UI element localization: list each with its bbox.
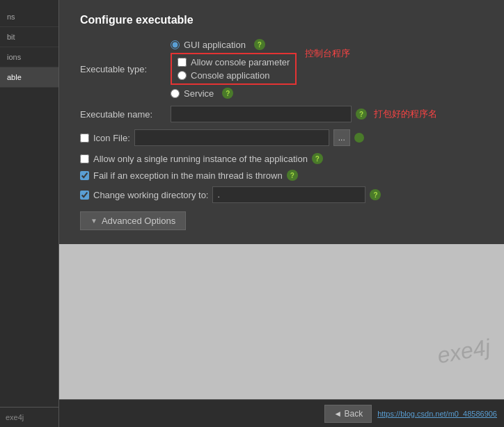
fail-exception-label[interactable]: Fail if an exception in the main thread …	[80, 170, 283, 181]
service-option-row: Service ?	[171, 88, 297, 99]
sidebar-item-ions[interactable]: ions	[0, 47, 58, 67]
gui-radio[interactable]	[171, 40, 180, 49]
annotation-console: 控制台程序	[299, 47, 350, 60]
gui-radio-label[interactable]: GUI application	[171, 40, 246, 50]
icon-file-checkbox-label[interactable]: Icon File:	[80, 133, 130, 143]
sidebar: ns bit ions able exe4j	[0, 0, 59, 427]
advanced-options-button[interactable]: ▼ Advanced Options	[80, 211, 186, 230]
exe-name-help-icon[interactable]: ?	[356, 108, 367, 120]
config-panel: Configure executable Executable type: GU…	[59, 0, 504, 244]
bottom-bar: ◄ Back https://blog.csdn.net/m0_48586906	[59, 399, 504, 427]
service-radio-label[interactable]: Service	[171, 88, 214, 99]
sidebar-item-ns[interactable]: ns	[0, 7, 58, 27]
arrow-down-icon: ▼	[90, 217, 97, 225]
main-content: Configure executable Executable type: GU…	[59, 0, 504, 427]
executable-name-input[interactable]	[171, 106, 352, 122]
advanced-options-label: Advanced Options	[102, 216, 175, 226]
sidebar-item-bit[interactable]: bit	[0, 27, 58, 47]
executable-type-label: Executable type:	[80, 64, 171, 74]
app-container: ns bit ions able exe4j Configure executa…	[0, 0, 504, 427]
fail-exception-row: Fail if an exception in the main thread …	[80, 170, 490, 181]
icon-file-input[interactable]	[134, 129, 329, 146]
single-instance-help-icon[interactable]: ?	[312, 153, 323, 164]
executable-name-label: Executable name:	[80, 109, 171, 120]
radio-group: GUI application ? Allow console paramete…	[171, 39, 297, 99]
console-radio[interactable]	[178, 71, 187, 80]
annotation-box: Allow console parameter Console applicat…	[171, 53, 297, 85]
fail-exception-help-icon[interactable]: ?	[287, 170, 298, 181]
icon-file-checkbox[interactable]	[80, 134, 89, 143]
annotation-name: 打包好的程序名	[374, 108, 437, 120]
panel-title: Configure executable	[80, 14, 490, 26]
allow-console-checkbox[interactable]	[178, 58, 187, 67]
service-help-icon[interactable]: ?	[222, 88, 233, 99]
gui-help-icon[interactable]: ?	[254, 39, 265, 50]
executable-type-row: Executable type: GUI application ?	[80, 39, 490, 99]
fail-exception-checkbox[interactable]	[80, 171, 89, 180]
sidebar-item-able[interactable]: able	[0, 67, 58, 88]
gui-option-row: GUI application ?	[171, 39, 297, 50]
single-instance-checkbox[interactable]	[80, 154, 89, 163]
service-radio[interactable]	[171, 89, 180, 98]
single-instance-row: Allow only a single running instance of …	[80, 153, 490, 164]
allow-console-label[interactable]: Allow console parameter	[178, 57, 290, 67]
sidebar-bottom-label: exe4j	[0, 407, 58, 427]
working-dir-label[interactable]: Change working directory to:	[80, 190, 208, 200]
working-dir-help-icon[interactable]: ?	[370, 189, 381, 200]
working-dir-input[interactable]	[212, 186, 365, 203]
working-dir-row: Change working directory to: ?	[80, 186, 490, 203]
console-radio-label[interactable]: Console application	[178, 70, 269, 81]
icon-status-indicator	[354, 133, 364, 143]
url-link[interactable]: https://blog.csdn.net/m0_48586906	[377, 410, 497, 418]
icon-browse-button[interactable]: ...	[333, 129, 350, 146]
back-button[interactable]: ◄ Back	[324, 405, 372, 423]
icon-file-row: Icon File: ...	[80, 129, 490, 146]
executable-name-row: Executable name: ? 打包好的程序名	[80, 106, 490, 122]
allow-console-row: Allow console parameter	[178, 57, 290, 67]
exe4j-watermark: exe4j	[435, 335, 492, 369]
working-dir-checkbox[interactable]	[80, 191, 89, 200]
lower-area: exe4j	[59, 244, 504, 399]
console-option-row: Console application	[178, 70, 290, 81]
single-instance-label[interactable]: Allow only a single running instance of …	[80, 154, 308, 164]
